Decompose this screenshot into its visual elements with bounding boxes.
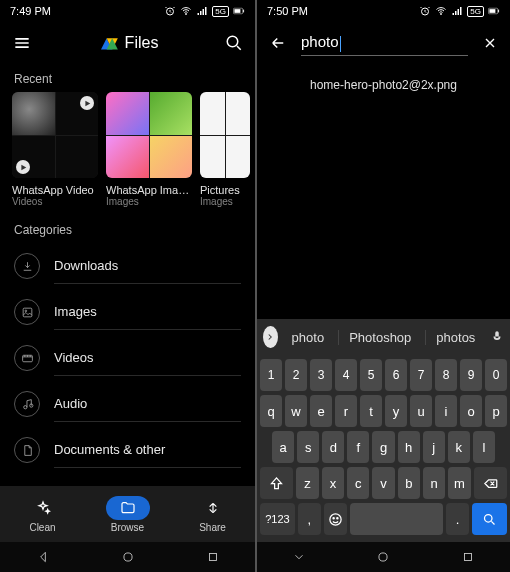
app-title: Files bbox=[125, 34, 159, 52]
key-4[interactable]: 4 bbox=[335, 359, 357, 391]
search-input[interactable]: photo bbox=[301, 30, 468, 55]
recent-row[interactable]: WhatsApp Video Videos WhatsApp Images Im… bbox=[0, 92, 255, 207]
search-bar: photo bbox=[257, 22, 510, 64]
key-t[interactable]: t bbox=[360, 395, 382, 427]
key-7[interactable]: 7 bbox=[410, 359, 432, 391]
key-6[interactable]: 6 bbox=[385, 359, 407, 391]
key-3[interactable]: 3 bbox=[310, 359, 332, 391]
emoji-icon bbox=[328, 512, 343, 527]
category-audio[interactable]: Audio bbox=[0, 381, 255, 427]
key-j[interactable]: j bbox=[423, 431, 445, 463]
home-icon[interactable] bbox=[376, 550, 390, 564]
key-d[interactable]: d bbox=[322, 431, 344, 463]
play-icon bbox=[80, 96, 94, 110]
svg-rect-16 bbox=[489, 9, 495, 13]
search-result[interactable]: home-hero-photo2@2x.png bbox=[257, 64, 510, 106]
tab-browse[interactable]: Browse bbox=[85, 486, 170, 542]
files-logo-icon bbox=[99, 35, 119, 51]
svg-point-14 bbox=[441, 14, 442, 15]
key-m[interactable]: m bbox=[448, 467, 470, 499]
key-x[interactable]: x bbox=[322, 467, 344, 499]
category-downloads[interactable]: Downloads bbox=[0, 243, 255, 289]
key-s[interactable]: s bbox=[297, 431, 319, 463]
key-k[interactable]: k bbox=[448, 431, 470, 463]
key-n[interactable]: n bbox=[423, 467, 445, 499]
key-q[interactable]: q bbox=[260, 395, 282, 427]
key-f[interactable]: f bbox=[347, 431, 369, 463]
key-search[interactable] bbox=[472, 503, 507, 535]
recent-item[interactable]: WhatsApp Images Images bbox=[106, 92, 192, 207]
key-z[interactable]: z bbox=[296, 467, 318, 499]
key-space[interactable] bbox=[350, 503, 443, 535]
clock: 7:50 PM bbox=[267, 5, 308, 17]
back-arrow-icon[interactable] bbox=[269, 34, 287, 52]
home-icon[interactable] bbox=[121, 550, 135, 564]
mic-icon[interactable] bbox=[489, 326, 504, 348]
keyboard-hide-icon[interactable] bbox=[292, 550, 306, 564]
recent-item[interactable]: WhatsApp Video Videos bbox=[12, 92, 98, 207]
recents-icon[interactable] bbox=[461, 550, 475, 564]
key-c[interactable]: c bbox=[347, 467, 369, 499]
key-r[interactable]: r bbox=[335, 395, 357, 427]
key-comma[interactable]: , bbox=[298, 503, 321, 535]
document-icon bbox=[14, 437, 40, 463]
status-bar: 7:50 PM 5G bbox=[257, 0, 510, 22]
back-icon[interactable] bbox=[36, 550, 50, 564]
key-u[interactable]: u bbox=[410, 395, 432, 427]
tab-label: Clean bbox=[29, 522, 55, 533]
key-1[interactable]: 1 bbox=[260, 359, 282, 391]
category-label: Documents & other bbox=[54, 442, 241, 468]
svg-point-5 bbox=[227, 36, 238, 47]
key-0[interactable]: 0 bbox=[485, 359, 507, 391]
category-videos[interactable]: Videos bbox=[0, 335, 255, 381]
category-documents[interactable]: Documents & other bbox=[0, 427, 255, 473]
key-b[interactable]: b bbox=[398, 467, 420, 499]
key-symbols[interactable]: ?123 bbox=[260, 503, 295, 535]
key-w[interactable]: w bbox=[285, 395, 307, 427]
search-icon bbox=[482, 512, 497, 527]
expand-icon[interactable] bbox=[263, 326, 278, 348]
key-a[interactable]: a bbox=[272, 431, 294, 463]
key-e[interactable]: e bbox=[310, 395, 332, 427]
category-label: Downloads bbox=[54, 258, 241, 284]
menu-icon[interactable] bbox=[12, 33, 32, 53]
clear-icon[interactable] bbox=[482, 35, 498, 51]
category-images[interactable]: Images bbox=[0, 289, 255, 335]
svg-point-9 bbox=[23, 405, 26, 408]
share-icon bbox=[205, 500, 221, 516]
tab-clean[interactable]: Clean bbox=[0, 486, 85, 542]
key-i[interactable]: i bbox=[435, 395, 457, 427]
svg-rect-6 bbox=[23, 308, 32, 317]
tab-share[interactable]: Share bbox=[170, 486, 255, 542]
svg-rect-23 bbox=[464, 554, 471, 561]
audio-icon bbox=[14, 391, 40, 417]
key-2[interactable]: 2 bbox=[285, 359, 307, 391]
key-o[interactable]: o bbox=[460, 395, 482, 427]
key-y[interactable]: y bbox=[385, 395, 407, 427]
key-9[interactable]: 9 bbox=[460, 359, 482, 391]
network-label: 5G bbox=[467, 6, 484, 17]
search-icon[interactable] bbox=[225, 34, 243, 52]
key-g[interactable]: g bbox=[372, 431, 394, 463]
app-bar: Files bbox=[0, 22, 255, 64]
suggestion[interactable]: Photoshop bbox=[338, 330, 421, 345]
key-shift[interactable] bbox=[260, 467, 293, 499]
key-l[interactable]: l bbox=[473, 431, 495, 463]
key-8[interactable]: 8 bbox=[435, 359, 457, 391]
key-v[interactable]: v bbox=[372, 467, 394, 499]
recent-sub: Images bbox=[200, 196, 250, 207]
svg-rect-4 bbox=[243, 10, 244, 13]
key-period[interactable]: . bbox=[446, 503, 469, 535]
key-h[interactable]: h bbox=[398, 431, 420, 463]
recent-item[interactable]: Pictures Images bbox=[200, 92, 250, 207]
key-emoji[interactable] bbox=[324, 503, 347, 535]
recent-name: WhatsApp Images bbox=[106, 184, 192, 196]
recent-sub: Videos bbox=[12, 196, 98, 207]
suggestion[interactable]: photos bbox=[425, 330, 485, 345]
recents-icon[interactable] bbox=[206, 550, 220, 564]
key-backspace[interactable] bbox=[474, 467, 507, 499]
key-p[interactable]: p bbox=[485, 395, 507, 427]
key-5[interactable]: 5 bbox=[360, 359, 382, 391]
status-icons: 5G bbox=[419, 5, 500, 17]
suggestion[interactable]: photo bbox=[282, 330, 335, 345]
